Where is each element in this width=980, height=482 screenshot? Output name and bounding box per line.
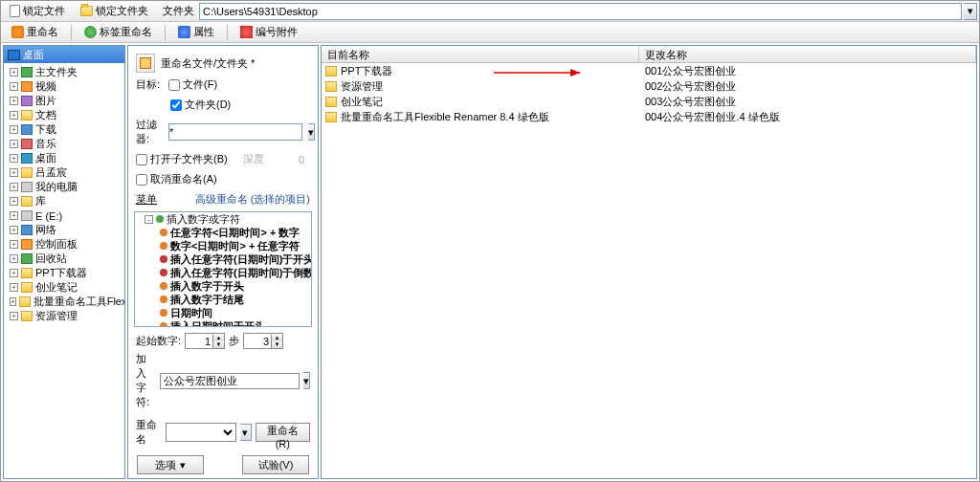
rename-combo-list[interactable]: ▾ (240, 424, 252, 441)
op-item[interactable]: 日期时间 (135, 306, 311, 319)
prefix-label: 加入字符: (136, 352, 156, 409)
folder-tree-pane: 桌面 +主文件夹+视频+图片+文档+下载+音乐+桌面+吕孟宸+我的电脑+库+E … (3, 45, 125, 479)
tree-item[interactable]: +创业笔记 (4, 280, 124, 295)
filter-input[interactable] (168, 123, 302, 141)
tag-rename-tab[interactable]: 标签重命名 (78, 23, 159, 41)
tree-body: +主文件夹+视频+图片+文档+下载+音乐+桌面+吕孟宸+我的电脑+库+E (E:… (4, 63, 124, 478)
lock-folder-button[interactable]: 锁定文件夹 (74, 2, 155, 20)
rename-tab[interactable]: 重命名 (5, 23, 65, 41)
desktop-icon (8, 50, 20, 60)
tree-item[interactable]: +文档 (4, 108, 124, 122)
tree-item[interactable]: +E (E:) (4, 208, 124, 223)
tree-item[interactable]: +网络 (4, 223, 124, 237)
tree-item[interactable]: +控制面板 (4, 237, 124, 252)
separator (227, 25, 228, 40)
advanced-rename-link[interactable]: 高级重命名 (选择的项目) (195, 192, 310, 207)
separator (165, 25, 166, 40)
serial-icon (240, 26, 253, 38)
file-checkbox[interactable]: 文件(F) (168, 77, 217, 92)
filter-label: 过滤器: (136, 118, 163, 146)
col-new-name[interactable]: 更改名称 (639, 46, 976, 62)
rename-header-icon (136, 54, 155, 73)
separator (71, 25, 72, 40)
pane-title: 重命名文件/文件夹 * (161, 56, 255, 71)
file-rows[interactable]: PPT下载器001公众号宏图创业资源管理002公众号宏图创业创业笔记003公众号… (322, 63, 976, 478)
tree-item[interactable]: +音乐 (4, 137, 124, 151)
tree-header[interactable]: 桌面 (4, 46, 124, 63)
prefix-dropdown[interactable]: ▾ (303, 372, 310, 389)
tree-item[interactable]: +图片 (4, 94, 124, 108)
serial-tab[interactable]: 编号附件 (234, 23, 304, 41)
menu-label: 菜单 (136, 192, 157, 207)
op-item[interactable]: 插入日期时间于开头 (135, 319, 311, 327)
tree-item[interactable]: +库 (4, 194, 124, 208)
toolbar-top: 锁定文件 锁定文件夹 文件夹 ▾ (1, 1, 979, 22)
col-current-name[interactable]: 目前名称 (322, 46, 639, 62)
rename-combo[interactable] (166, 423, 236, 442)
tree-item[interactable]: +桌面 (4, 151, 124, 165)
folder-icon (80, 6, 93, 16)
tree-item[interactable]: +吕孟宸 (4, 165, 124, 180)
options-button[interactable]: 选项 ▾ (137, 455, 204, 474)
start-num-label: 起始数字: (136, 334, 181, 348)
attr-icon (178, 26, 190, 38)
subfolder-checkbox[interactable]: 打开子文件夹(B) (136, 152, 228, 166)
depth-value: 0 (299, 154, 304, 165)
start-num-spinner[interactable]: ▲▼ (185, 333, 225, 349)
rename-button[interactable]: 重命名(R) (256, 423, 310, 442)
rename-icon (11, 26, 24, 38)
depth-label: 深度 (243, 152, 264, 166)
op-item[interactable]: 插入数字于结尾 (135, 293, 311, 306)
path-input[interactable] (199, 3, 962, 20)
attributes-tab[interactable]: 属性 (171, 23, 221, 41)
tree-item[interactable]: +视频 (4, 79, 124, 94)
folder-checkbox[interactable]: 文件夹(D) (170, 98, 231, 112)
tree-item[interactable]: +资源管理 (4, 309, 124, 323)
op-item[interactable]: 任意字符<日期时间> + 数字 (135, 226, 311, 239)
column-headers: 目前名称 更改名称 (322, 46, 976, 63)
toolbar-actions: 重命名 标签重命名 属性 编号附件 (1, 22, 979, 43)
step-spinner[interactable]: ▲▼ (243, 333, 283, 349)
tree-item[interactable]: +主文件夹 (4, 65, 124, 79)
file-row[interactable]: 创业笔记003公众号宏图创业 (322, 94, 976, 109)
tree-item[interactable]: +批量重命名工具Flexible Renamer 8 (4, 295, 124, 309)
tree-item[interactable]: +PPT下载器 (4, 266, 124, 280)
file-list-pane: 目前名称 更改名称 PPT下载器001公众号宏图创业资源管理002公众号宏图创业… (321, 45, 977, 479)
lock-file-button[interactable]: 锁定文件 (3, 2, 72, 20)
file-row[interactable]: PPT下载器001公众号宏图创业 (322, 63, 976, 78)
step-label: 步 (229, 334, 239, 348)
op-item[interactable]: 插入数字于开头 (135, 279, 311, 293)
test-button[interactable]: 试验(V) (242, 455, 309, 474)
path-label: 文件夹 (163, 4, 194, 18)
tag-icon (84, 26, 97, 38)
rename-combo-label: 重命名 (136, 418, 162, 447)
prefix-input[interactable] (160, 373, 300, 389)
filter-dropdown[interactable]: ▾ (308, 123, 315, 141)
path-dropdown[interactable]: ▾ (964, 3, 977, 20)
tree-item[interactable]: +回收站 (4, 252, 124, 266)
tree-item[interactable]: +下载 (4, 122, 124, 137)
op-item[interactable]: 插入任意字符(日期时间)于倒数第 N 个字 (135, 266, 311, 279)
operations-tree[interactable]: -插入数字或字符 任意字符<日期时间> + 数字数字<日期时间> + 任意字符插… (134, 211, 312, 327)
op-item[interactable]: 插入任意字符(日期时间)于开头前 N 个字 (135, 252, 311, 266)
file-icon (10, 5, 20, 17)
tree-item[interactable]: +我的电脑 (4, 180, 124, 194)
target-label: 目标: (136, 77, 163, 92)
cancel-rename-checkbox[interactable]: 取消重命名(A) (136, 172, 217, 186)
file-row[interactable]: 批量重命名工具Flexible Renamer 8.4 绿色版004公众号宏图创… (322, 109, 976, 124)
rename-config-pane: 重命名文件/文件夹 * 目标: 文件(F) 文件夹(D) 过滤器: ▾ 打开子文… (127, 45, 319, 479)
file-row[interactable]: 资源管理002公众号宏图创业 (322, 78, 976, 94)
op-item[interactable]: 数字<日期时间> + 任意字符 (135, 239, 311, 252)
